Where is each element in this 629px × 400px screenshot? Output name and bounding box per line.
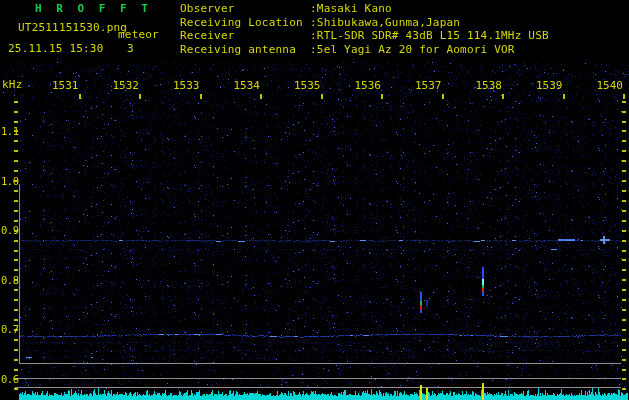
x-axis-label: 1538 (475, 79, 502, 92)
receiving-location-label: Receiving Location (180, 17, 303, 29)
receiving-location-value: :Shibukawa,Gunma,Japan (310, 17, 460, 29)
x-axis-label: 1532 (112, 79, 139, 92)
y-axis-label: 0.7 (1, 323, 18, 335)
app-title: H R O F F T (35, 3, 152, 15)
observer-label: Observer (180, 3, 235, 15)
receiving-antenna-label: Receiving antenna (180, 44, 296, 56)
y-axis-label: 0.9 (1, 224, 18, 236)
receiving-antenna-value: :5el Yagi Az 20 for Aomori VOR (310, 44, 515, 56)
meteor-count-label: meteor (118, 29, 159, 41)
hrofft-window: H R O F F T UT2511151530.png meteor 25.1… (0, 0, 629, 400)
x-axis-label: 1535 (294, 79, 321, 92)
capture-datetime: 25.11.15 15:30 (8, 43, 104, 55)
y-axis-label: 1.0 (1, 175, 18, 187)
x-axis-label: 1531 (52, 79, 79, 92)
y-axis-label: 0.6 (1, 373, 18, 385)
x-axis-label: 1539 (536, 79, 563, 92)
meteor-count-value: 3 (127, 43, 134, 55)
receiver-value: :RTL-SDR SDR# 43dB L15 114.1MHz USB (310, 30, 549, 42)
receiver-label: Receiver (180, 30, 235, 42)
capture-filename: UT2511151530.png (18, 22, 127, 34)
y-axis-label: 0.8 (1, 274, 18, 286)
x-axis-label: 1536 (354, 79, 381, 92)
x-axis-label: 1537 (415, 79, 442, 92)
x-axis-label: 1533 (173, 79, 200, 92)
khz-axis-label: kHz (2, 79, 22, 91)
x-axis-label: 1534 (233, 79, 260, 92)
spectrogram-canvas (0, 0, 629, 400)
y-axis-label: 1.1 (1, 125, 18, 137)
observer-value: :Masaki Kano (310, 3, 392, 15)
x-axis-label: 1540 (596, 79, 623, 92)
